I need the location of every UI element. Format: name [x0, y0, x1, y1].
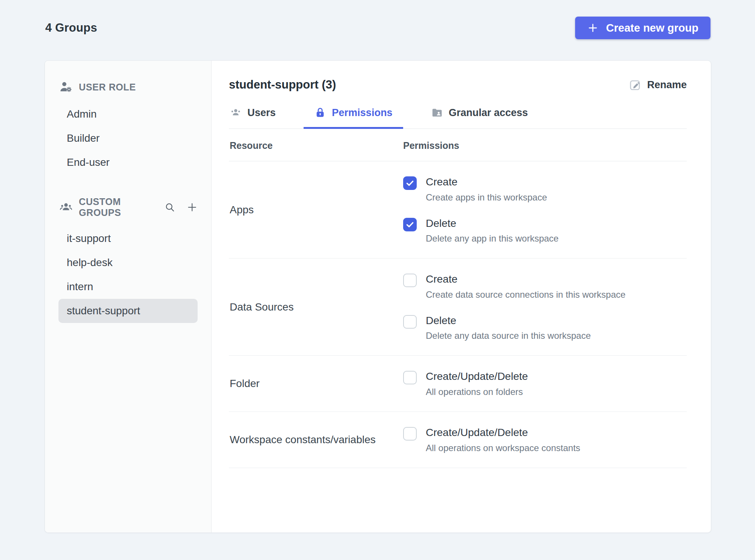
- table-row-apps: Apps Create Create apps in this workspac…: [229, 161, 687, 259]
- sidebar-item-student-support[interactable]: student-support: [58, 299, 198, 323]
- custom-groups-title: CUSTOM GROUPS: [79, 196, 152, 218]
- permission-text: Delete Delete any data source in this wo…: [426, 314, 591, 341]
- check-icon: [405, 220, 415, 230]
- sidebar-section-custom-groups: CUSTOM GROUPS it-support help-desk inter…: [58, 196, 198, 323]
- check-icon: [405, 178, 415, 188]
- tab-granular-access[interactable]: Granular access: [420, 105, 539, 129]
- permission-checkbox-folder-cud[interactable]: [403, 371, 417, 384]
- sidebar-item-it-support[interactable]: it-support: [58, 226, 198, 251]
- lock-icon: [314, 107, 326, 119]
- permission-label: Delete: [426, 314, 591, 327]
- permission-group: Create Create data source connections in…: [403, 270, 687, 344]
- tab-granular-access-label: Granular access: [449, 107, 528, 119]
- rename-label: Rename: [647, 79, 687, 91]
- people-group-icon: [59, 200, 73, 214]
- group-title: student-support (3): [229, 78, 336, 92]
- sidebar-item-builder[interactable]: Builder: [58, 126, 198, 150]
- group-detail-header: student-support (3) Rename: [229, 78, 687, 92]
- sidebar-item-admin[interactable]: Admin: [58, 102, 198, 126]
- permission-item: Create Create apps in this workspace: [403, 173, 687, 206]
- column-header-permissions: Permissions: [403, 140, 687, 151]
- page-title: 4 Groups: [45, 21, 97, 35]
- permission-checkbox-datasources-delete[interactable]: [403, 315, 417, 329]
- permission-text: Create/Update/Delete All operations on w…: [426, 426, 580, 453]
- sidebar-item-end-user[interactable]: End-user: [58, 150, 198, 174]
- create-new-group-label: Create new group: [606, 22, 698, 34]
- permission-text: Create Create apps in this workspace: [426, 176, 547, 203]
- permission-group: Create/Update/Delete All operations on w…: [403, 423, 687, 456]
- permission-text: Delete Delete any app in this workspace: [426, 217, 559, 244]
- user-role-header: USER ROLE: [58, 80, 198, 94]
- sidebar-section-user-role: USER ROLE Admin Builder End-user: [58, 80, 198, 174]
- table-row-folder: Folder Create/Update/Delete All operatio…: [229, 356, 687, 412]
- permission-checkbox-apps-delete[interactable]: [403, 218, 417, 231]
- resource-label: Folder: [230, 378, 403, 390]
- permission-text: Create/Update/Delete All operations on f…: [426, 370, 528, 397]
- permission-text: Create Create data source connections in…: [426, 273, 626, 300]
- rename-pencil-icon: [628, 78, 642, 92]
- rename-button[interactable]: Rename: [628, 78, 687, 92]
- tab-permissions[interactable]: Permissions: [304, 105, 403, 129]
- custom-groups-header: CUSTOM GROUPS: [58, 196, 198, 218]
- group-detail-panel: student-support (3) Rename Users: [212, 61, 711, 532]
- permission-description: Delete any app in this workspace: [426, 233, 559, 244]
- permission-label: Create/Update/Delete: [426, 426, 580, 439]
- permission-label: Create/Update/Delete: [426, 370, 528, 383]
- user-role-icon: [59, 80, 73, 94]
- permission-description: Create apps in this workspace: [426, 192, 547, 203]
- table-header-row: Resource Permissions: [229, 129, 687, 161]
- plus-icon[interactable]: [187, 201, 198, 214]
- permission-description: Create data source connections in this w…: [426, 289, 626, 300]
- permission-item: Create/Update/Delete All operations on w…: [403, 423, 687, 456]
- tab-permissions-label: Permissions: [332, 107, 393, 119]
- tab-users[interactable]: Users: [229, 105, 286, 129]
- resource-label: Workspace constants/variables: [230, 434, 403, 446]
- resource-label: Data Sources: [230, 301, 403, 313]
- sidebar: USER ROLE Admin Builder End-user CUSTOM …: [45, 61, 212, 532]
- permission-checkbox-workspace-constants-cud[interactable]: [403, 427, 417, 441]
- search-icon[interactable]: [164, 201, 175, 214]
- permission-description: Delete any data source in this workspace: [426, 330, 591, 341]
- permission-item: Delete Delete any app in this workspace: [403, 214, 687, 247]
- resource-label: Apps: [230, 204, 403, 216]
- top-bar: 4 Groups Create new group: [45, 17, 710, 39]
- column-header-resource: Resource: [230, 140, 403, 151]
- folder-user-icon: [431, 107, 443, 119]
- table-row-data-sources: Data Sources Create Create data source c…: [229, 259, 687, 356]
- user-role-list: Admin Builder End-user: [58, 102, 198, 174]
- permission-group: Create/Update/Delete All operations on f…: [403, 367, 687, 400]
- permission-group: Create Create apps in this workspace Del…: [403, 173, 687, 247]
- permission-item: Delete Delete any data source in this wo…: [403, 311, 687, 344]
- plus-icon: [587, 22, 598, 34]
- permission-checkbox-datasources-create[interactable]: [403, 274, 417, 287]
- permission-item: Create/Update/Delete All operations on f…: [403, 367, 687, 400]
- users-icon: [230, 107, 242, 119]
- permission-label: Create: [426, 176, 547, 188]
- sidebar-item-help-desk[interactable]: help-desk: [58, 251, 198, 275]
- permission-description: All operations on folders: [426, 387, 528, 397]
- table-row-workspace-constants: Workspace constants/variables Create/Upd…: [229, 412, 687, 468]
- permissions-table: Resource Permissions Apps Create Create …: [229, 129, 687, 468]
- tab-users-label: Users: [247, 107, 276, 119]
- tab-bar: Users Permissions Granular access: [229, 105, 687, 129]
- permission-label: Delete: [426, 217, 559, 230]
- create-new-group-button[interactable]: Create new group: [575, 17, 710, 39]
- permission-label: Create: [426, 273, 626, 286]
- user-role-title: USER ROLE: [79, 82, 136, 93]
- custom-groups-list: it-support help-desk intern student-supp…: [58, 226, 198, 323]
- permission-description: All operations on workspace constants: [426, 443, 580, 453]
- permission-checkbox-apps-create[interactable]: [403, 176, 417, 190]
- groups-panel: USER ROLE Admin Builder End-user CUSTOM …: [45, 60, 711, 533]
- permission-item: Create Create data source connections in…: [403, 270, 687, 303]
- sidebar-item-intern[interactable]: intern: [58, 275, 198, 299]
